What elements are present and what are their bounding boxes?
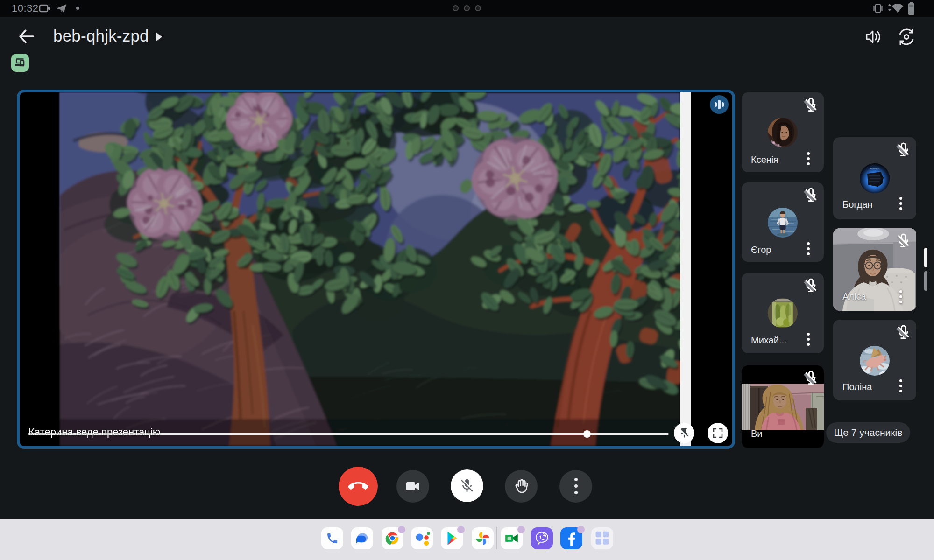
svg-text:MemChest: MemChest <box>870 167 880 169</box>
